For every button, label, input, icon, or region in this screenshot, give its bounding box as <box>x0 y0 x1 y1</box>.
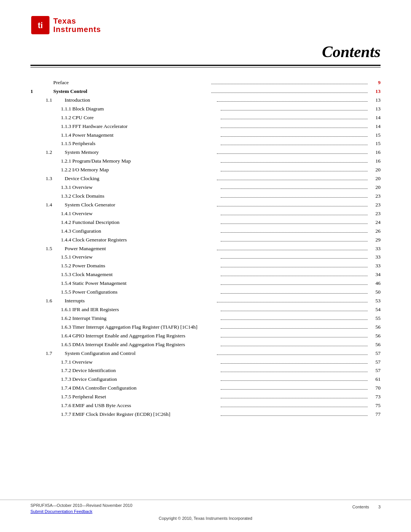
toc-1-6-3: 1.6.3 Timer Interrupt Aggregation Flag R… <box>30 323 381 331</box>
page-1-7-7: 77 <box>369 411 381 419</box>
label-1-6: Interrupts <box>65 297 215 305</box>
label-1-5-1: Overview <box>72 253 219 261</box>
preface-label: Preface <box>53 79 210 87</box>
page-1-6-2: 55 <box>369 315 381 323</box>
label-1-1-1: Block Diagram <box>72 105 219 113</box>
section1-number: 1 <box>30 88 53 96</box>
divider-thin <box>30 67 381 67</box>
footer-left-block: SPRUFX5A—October 2010—Revised November 2… <box>30 503 132 514</box>
num-1-7-4: 1.7.4 <box>30 384 72 392</box>
footer-right-block: Contents 3 <box>352 503 381 510</box>
label-1-6-5: DMA Interrupt Enable and Aggregation Fla… <box>72 341 219 349</box>
num-1-3-2: 1.3.2 <box>30 192 72 200</box>
page-1-6-4: 56 <box>369 332 381 340</box>
divider-thick <box>30 65 381 66</box>
page-1-1-5: 15 <box>369 140 381 148</box>
num-1-1-5: 1.1.5 <box>30 140 72 148</box>
num-1-7-5: 1.7.5 <box>30 393 72 401</box>
page-1-2-1: 16 <box>369 157 381 165</box>
num-1-7-7: 1.7.7 <box>30 411 72 419</box>
label-1-7-5: Peripheral Reset <box>72 393 219 401</box>
page-1-7-3: 61 <box>369 375 381 383</box>
page-1-4-3: 26 <box>369 227 381 235</box>
toc-1-7-7: 1.7.7 EMIF Clock Divider Register (ECDR)… <box>30 411 381 419</box>
label-1-2-1: Program/Data Memory Map <box>72 157 219 165</box>
toc-1-1-5: 1.1.5 Peripherals 15 <box>30 140 381 148</box>
page-1-7-4: 70 <box>369 384 381 392</box>
section1-page: 13 <box>369 88 381 96</box>
label-1-4: System Clock Generator <box>65 201 215 209</box>
num-1-1: 1.1 <box>30 96 65 104</box>
label-1-7-6: EMIF and USB Byte Access <box>72 402 219 410</box>
toc-1-4: 1.4 System Clock Generator 23 <box>30 201 381 209</box>
label-1-1: Introduction <box>65 96 215 104</box>
num-1-2-1: 1.2.1 <box>30 157 72 165</box>
num-1-4-4: 1.4.4 <box>30 236 72 244</box>
num-1-3: 1.3 <box>30 175 65 183</box>
toc-1-5: 1.5 Power Management 33 <box>30 245 381 253</box>
label-1-4-3: Configuration <box>72 227 219 235</box>
page-1-7: 57 <box>369 350 381 358</box>
toc-1-5-1: 1.5.1 Overview 33 <box>30 253 381 261</box>
page-1-3-1: 20 <box>369 184 381 192</box>
num-1-2: 1.2 <box>30 149 65 157</box>
label-1-1-4: Power Management <box>72 131 219 139</box>
num-1-2-2: 1.2.2 <box>30 166 72 174</box>
footer-doc-id: SPRUFX5A—October 2010—Revised November 2… <box>30 503 132 508</box>
page-1-1-3: 14 <box>369 123 381 131</box>
toc-1-4-3: 1.4.3 Configuration 26 <box>30 227 381 235</box>
page-1-2: 16 <box>369 149 381 157</box>
toc-1-6-1: 1.6.1 IFR and IER Registers 54 <box>30 306 381 314</box>
toc-1-1-3: 1.1.3 FFT Hardware Accelerator 14 <box>30 123 381 131</box>
footer: SPRUFX5A—October 2010—Revised November 2… <box>0 500 411 521</box>
page-1-3: 20 <box>369 175 381 183</box>
toc-1-4-2: 1.4.2 Functional Description 24 <box>30 219 381 227</box>
toc-content: Preface 9 1 System Control 13 1.1 Introd… <box>0 71 411 419</box>
toc-1-5-5: 1.5.5 Power Configurations 50 <box>30 288 381 296</box>
toc-1-7-4: 1.7.4 DMA Controller Configuration 70 <box>30 384 381 392</box>
label-1-6-2: Interrupt Timing <box>72 315 219 323</box>
page-1-7-6: 75 <box>369 402 381 410</box>
label-1-1-5: Peripherals <box>72 140 219 148</box>
num-1-3-1: 1.3.1 <box>30 184 72 192</box>
page-1-5-2: 33 <box>369 262 381 270</box>
page-1-7-2: 57 <box>369 367 381 375</box>
num-1-7-6: 1.7.6 <box>30 402 72 410</box>
page-1-6-3: 56 <box>369 323 381 331</box>
num-1-5-3: 1.5.3 <box>30 271 72 279</box>
divider-container <box>0 61 411 71</box>
toc-1-4-1: 1.4.1 Overview 23 <box>30 210 381 218</box>
toc-1-3-2: 1.3.2 Clock Domains 23 <box>30 192 381 200</box>
footer-inner: SPRUFX5A—October 2010—Revised November 2… <box>30 503 381 514</box>
toc-1-1: 1.1 Introduction 13 <box>30 96 381 104</box>
num-1-6-3: 1.6.3 <box>30 323 72 331</box>
page-1-6-1: 54 <box>369 306 381 314</box>
toc-1-7-3: 1.7.3 Device Configuration 61 <box>30 375 381 383</box>
num-1-5-5: 1.5.5 <box>30 288 72 296</box>
ti-logo-text: Texas Instruments <box>53 17 101 34</box>
toc-1-7-5: 1.7.5 Peripheral Reset 73 <box>30 393 381 401</box>
label-1-4-4: Clock Generator Registers <box>72 236 219 244</box>
toc-1-2: 1.2 System Memory 16 <box>30 149 381 157</box>
label-1-3-2: Clock Domains <box>72 192 219 200</box>
page-1-1-2: 14 <box>369 114 381 122</box>
page-1-1-1: 13 <box>369 105 381 113</box>
feedback-link[interactable]: Submit Documentation Feedback <box>30 509 92 514</box>
page-1-1-4: 15 <box>369 131 381 139</box>
page-1-5-1: 33 <box>369 253 381 261</box>
toc-1-2-1: 1.2.1 Program/Data Memory Map 16 <box>30 157 381 165</box>
label-1-5-4: Static Power Management <box>72 280 219 288</box>
page-1-4-1: 23 <box>369 210 381 218</box>
toc-preface: Preface 9 <box>30 79 381 87</box>
toc-section1: 1 System Control 13 <box>30 88 381 96</box>
label-1-3-1: Overview <box>72 184 219 192</box>
page-1-5-4: 46 <box>369 280 381 288</box>
num-1-4: 1.4 <box>30 201 65 209</box>
toc-1-1-4: 1.1.4 Power Management 15 <box>30 131 381 139</box>
footer-page-number: 3 <box>378 505 381 509</box>
toc-1-7: 1.7 System Configuration and Control 57 <box>30 350 381 358</box>
toc-1-1-2: 1.1.2 CPU Core 14 <box>30 114 381 122</box>
label-1-7-1: Overview <box>72 358 219 366</box>
label-1-5: Power Management <box>65 245 215 253</box>
num-1-4-3: 1.4.3 <box>30 227 72 235</box>
